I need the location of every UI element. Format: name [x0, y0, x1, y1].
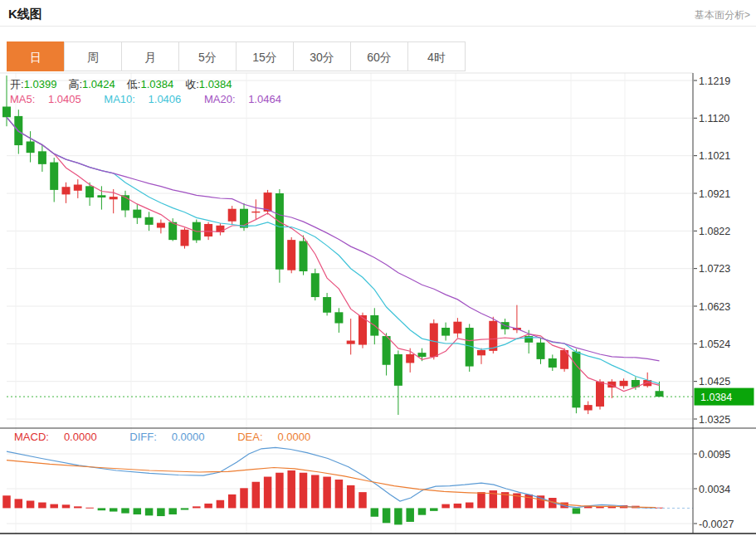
y-axis-label: 1.0425 — [699, 376, 730, 387]
kline-panel: K线图 基本面分析> 日周月5分15分30分60分4时 1.12191.1120… — [0, 0, 756, 536]
candle-body — [383, 336, 391, 365]
macd-bar — [2, 495, 11, 508]
macd-bar — [38, 503, 46, 509]
candle-body — [300, 241, 308, 272]
close-value: 1.0384 — [199, 78, 232, 90]
ma-legend: MA5: 1.0405 MA10: 1.0406 MA20: 1.0464 — [10, 93, 301, 105]
candle-body — [311, 273, 319, 297]
macd-bar — [358, 492, 367, 508]
macd-bar — [121, 508, 129, 513]
candle-body — [38, 151, 46, 164]
dea-line — [7, 460, 656, 508]
ohlc-legend: 开:1.0399高:1.0424低:1.0384收:1.0384 — [10, 77, 244, 92]
candle-body — [251, 212, 260, 212]
low-value: 1.0384 — [140, 78, 173, 90]
candle-body — [418, 353, 427, 357]
candle-body — [50, 163, 58, 190]
y-axis-label: 0.0095 — [699, 449, 730, 460]
diff-value-legend: DIFF:0.0000 — [129, 431, 219, 443]
macd-bar — [406, 508, 414, 522]
macd-bar — [441, 504, 450, 509]
macd-bar — [134, 508, 142, 514]
macd-bar — [287, 470, 295, 508]
macd-bar — [98, 508, 106, 510]
candle-body — [276, 193, 284, 270]
macd-bar — [74, 506, 82, 508]
macd-bar — [323, 477, 331, 509]
candle-body — [394, 354, 402, 386]
macd-bar — [524, 495, 533, 509]
candle-body — [441, 328, 450, 336]
macd-bar — [371, 508, 379, 516]
candle-body — [157, 223, 165, 228]
candle-body — [584, 405, 593, 410]
macd-value-legend: MACD:0.0000 — [14, 431, 112, 443]
y-axis-label: 1.0822 — [699, 226, 730, 237]
ma20-line — [7, 117, 660, 361]
candle-body — [406, 354, 414, 363]
macd-bar — [204, 504, 212, 509]
macd-bar — [168, 508, 177, 514]
candle-body — [656, 391, 664, 397]
macd-bar — [15, 499, 23, 508]
macd-bar — [181, 508, 189, 509]
candle-body — [453, 322, 461, 334]
macd-bar — [27, 500, 34, 508]
last-price-badge-text: 1.0384 — [700, 392, 732, 403]
y-axis-label: 1.1120 — [699, 113, 729, 124]
candle-body — [110, 197, 118, 199]
candle-body — [228, 209, 237, 222]
close-label: 收: — [185, 78, 199, 90]
candle-body — [181, 230, 189, 246]
candle-body — [477, 350, 485, 355]
macd-bar — [228, 495, 237, 509]
y-axis-label: 1.0723 — [699, 263, 730, 275]
candle-body — [85, 186, 94, 197]
macd-bar — [157, 508, 165, 516]
dea-value-legend: DEA:0.0000 — [237, 431, 325, 443]
candle-body — [168, 222, 177, 240]
candle-body — [549, 358, 557, 368]
macd-bar — [62, 504, 71, 508]
macd-bar — [573, 508, 581, 514]
macd-bar — [50, 504, 57, 509]
y-axis-label: 1.1219 — [699, 76, 730, 87]
candle-body — [596, 382, 604, 407]
candle-body — [97, 195, 105, 197]
macd-bar — [217, 500, 225, 509]
candle-body — [323, 297, 331, 313]
macd-bar — [145, 508, 154, 515]
y-axis-label: 1.0325 — [699, 414, 730, 426]
macd-bar — [466, 503, 474, 509]
high-value: 1.0424 — [82, 78, 115, 90]
macd-bar — [347, 485, 355, 509]
macd-bar — [110, 508, 118, 511]
candle-body — [347, 341, 355, 344]
y-axis-label: 1.0921 — [699, 188, 730, 200]
macd-bar — [252, 482, 261, 509]
candle-body — [287, 240, 295, 270]
ma10-legend: MA10: 1.0406 — [104, 93, 191, 105]
macd-bar — [193, 506, 201, 508]
candle-body — [334, 312, 343, 323]
y-axis-label: -0.0027 — [699, 519, 734, 530]
macd-bar — [430, 508, 438, 510]
candle-body — [537, 343, 545, 359]
macd-bar — [418, 508, 427, 514]
macd-bar — [276, 473, 284, 509]
candle-body — [2, 106, 11, 117]
macd-bar — [383, 508, 391, 523]
macd-bar — [300, 473, 308, 509]
candle-body — [62, 187, 71, 194]
candle-body — [572, 352, 580, 408]
macd-bar — [335, 480, 344, 508]
y-axis-label: 1.1021 — [699, 150, 730, 162]
candle-body — [489, 321, 497, 351]
macd-bar — [240, 488, 248, 508]
macd-legend: MACD:0.0000 DIFF:0.0000 DEA:0.0000 — [14, 431, 340, 443]
macd-bar — [454, 504, 462, 509]
y-axis-label: 1.0623 — [699, 301, 730, 313]
ma5-legend: MA5: 1.0405 — [10, 93, 91, 105]
macd-bar — [264, 477, 272, 509]
candle-body — [620, 381, 628, 386]
